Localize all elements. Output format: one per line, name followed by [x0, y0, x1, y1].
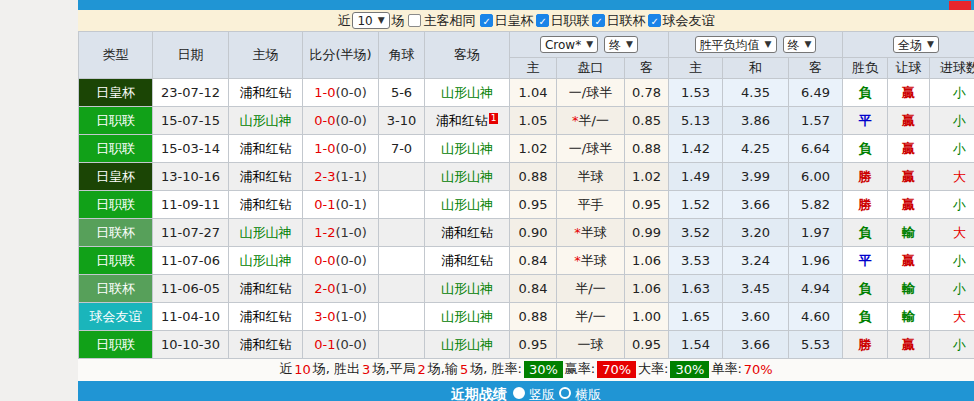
- bookmaker-select[interactable]: Crow*▼: [540, 36, 598, 53]
- chevron-down-icon: ▼: [805, 40, 812, 49]
- handicap-text: 一/球半: [569, 141, 612, 156]
- view-radio-label[interactable]: 竖版: [525, 387, 559, 401]
- home-team-name: 浦和红钻: [240, 337, 292, 352]
- match-date: 15-07-15: [153, 107, 229, 135]
- handicap-text: 半/一: [575, 309, 605, 324]
- league-checkbox[interactable]: [536, 14, 549, 27]
- corner-count: [379, 219, 425, 247]
- avg-home: 1.54: [669, 331, 723, 359]
- summary-segment: 2: [418, 362, 426, 377]
- odds-home: 0.95: [510, 191, 557, 219]
- avg-draw: 3.20: [723, 219, 789, 247]
- avg-draw: 3.66: [723, 331, 789, 359]
- league-checkbox-label: 日皇杯: [495, 13, 534, 28]
- handicap: 一/球半: [557, 79, 625, 107]
- result-text: 平: [859, 113, 872, 128]
- halftime-score: (0-0): [335, 113, 366, 128]
- score: 0-0(0-0): [303, 107, 379, 135]
- sub-column-header: 主: [510, 58, 557, 79]
- avg-away: 4.60: [789, 303, 843, 331]
- avg-home: 1.63: [669, 275, 723, 303]
- goals-result: 小: [930, 79, 974, 107]
- handicap-text: 一/球半: [569, 85, 612, 100]
- goals-result-text: 大: [953, 169, 966, 184]
- score: 1-2(1-0): [303, 219, 379, 247]
- result-text: 負: [859, 225, 872, 240]
- handicap-result-text: 輸: [902, 309, 915, 324]
- score: 0-0(0-0): [303, 247, 379, 275]
- summary-segment: 70%: [597, 361, 636, 378]
- avg-draw: 3.24: [723, 247, 789, 275]
- away-team-name: 山形山神: [441, 337, 493, 352]
- league-checkbox[interactable]: [592, 14, 605, 27]
- away-team-name: 山形山神: [441, 169, 493, 184]
- result-text: 負: [859, 141, 872, 156]
- avg-type-select[interactable]: 胜平负均值▼: [695, 36, 777, 53]
- result-text: 負: [859, 309, 872, 324]
- match-date: 13-10-16: [153, 163, 229, 191]
- top-blue-bar: [78, 0, 974, 10]
- odds-away: 0.78: [625, 79, 669, 107]
- odds-home: 0.84: [510, 275, 557, 303]
- away-team-name: 山形山神: [441, 197, 493, 212]
- halftime-score: (0-0): [335, 253, 366, 268]
- avg-stage-select[interactable]: 终▼: [783, 36, 817, 53]
- result-text: 勝: [859, 337, 872, 352]
- score: 1-0(0-0): [303, 135, 379, 163]
- result-text: 負: [859, 85, 872, 100]
- avg-away: 1.96: [789, 247, 843, 275]
- goals-result-text: 小: [953, 337, 966, 352]
- match-date: 15-03-14: [153, 135, 229, 163]
- view-radio[interactable]: [513, 387, 525, 399]
- goals-result: 大: [930, 163, 974, 191]
- table-row: 球会友谊11-04-10浦和红钻3-0(1-0)山形山神0.88半/一1.001…: [79, 303, 974, 331]
- type-badge: 日职联: [79, 191, 153, 219]
- odds-stage-select[interactable]: 终▼: [604, 36, 638, 53]
- near-label: 近: [337, 12, 350, 30]
- home-team: 浦和红钻: [229, 135, 303, 163]
- handicap-result-text: 輸: [902, 281, 915, 296]
- match-count-select[interactable]: 10▼: [352, 12, 389, 29]
- avg-away: 5.82: [789, 191, 843, 219]
- handicap-result-text: 贏: [902, 141, 915, 156]
- halftime-score: (1-0): [335, 309, 366, 324]
- avg-away: 6.00: [789, 163, 843, 191]
- handicap-text: 半球: [581, 225, 607, 240]
- result-text: 勝: [859, 197, 872, 212]
- home-team-name: 浦和红钻: [240, 281, 292, 296]
- sub-column-header: 客: [625, 58, 669, 79]
- column-header: 日期: [153, 32, 229, 79]
- avg-draw: 3.45: [723, 275, 789, 303]
- halftime-score: (1-0): [335, 281, 366, 296]
- red-indicator: [949, 1, 971, 10]
- odds-away: 0.95: [625, 331, 669, 359]
- table-row: 日职联15-07-15山形山神0-0(0-0)3-10浦和红钻11.05*半/一…: [79, 107, 974, 135]
- match-history-table: 类型日期主场比分(半场)角球客场Crow*▼终▼胜平负均值▼终▼全场▼ 主盘口客…: [78, 31, 974, 359]
- summary-segment: 场, 胜率:: [470, 360, 522, 378]
- avg-draw: 3.86: [723, 107, 789, 135]
- odds-home: 0.90: [510, 219, 557, 247]
- league-checkbox[interactable]: [648, 14, 661, 27]
- away-team-name: 山形山神: [441, 85, 493, 100]
- score: 3-0(1-0): [303, 303, 379, 331]
- avg-home: 1.52: [669, 191, 723, 219]
- summary-bar: 近 10 场, 胜出 3 场,平局 2 场,输 5 场, 胜率: 30% 赢率:…: [78, 359, 974, 379]
- handicap-text: 一球: [578, 337, 604, 352]
- home-team: 浦和红钻: [229, 191, 303, 219]
- view-radio-label[interactable]: 横版: [571, 387, 601, 401]
- away-team: 浦和红钻: [425, 247, 510, 275]
- view-radio[interactable]: [559, 387, 571, 399]
- period-select[interactable]: 全场▼: [893, 36, 939, 53]
- fulltime-score: 0-0: [314, 253, 335, 268]
- same-venue-checkbox[interactable]: [408, 14, 421, 27]
- goals-result-text: 小: [953, 141, 966, 156]
- column-header: 角球: [379, 32, 425, 79]
- avg-home: 1.53: [669, 79, 723, 107]
- halftime-score: (1-1): [335, 169, 366, 184]
- league-checkbox-label: 日联杯: [607, 13, 646, 28]
- league-checkbox-label: 球会友谊: [663, 13, 715, 28]
- league-checkbox[interactable]: [480, 14, 493, 27]
- goals-result: 小: [930, 275, 974, 303]
- corner-count: [379, 303, 425, 331]
- halftime-score: (0-1): [335, 197, 366, 212]
